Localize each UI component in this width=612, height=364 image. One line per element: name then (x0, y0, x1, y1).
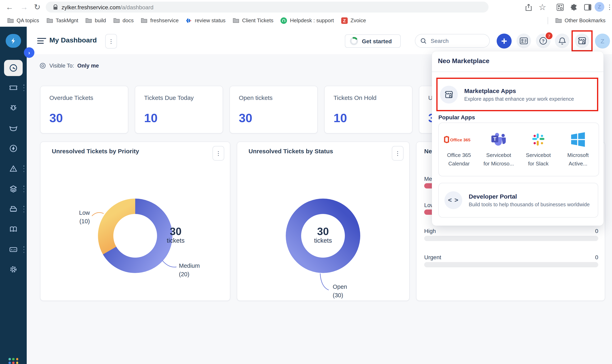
stat-card-on-hold[interactable]: Tickets On Hold 10 (324, 86, 412, 133)
sidebar-services-overflow-icon[interactable] (22, 186, 26, 192)
extensions-puzzle-icon[interactable] (567, 0, 581, 14)
sidebar-item-solutions[interactable] (4, 222, 22, 237)
code-icon: < > (444, 191, 462, 209)
back-icon[interactable]: ← (6, 0, 13, 14)
slack-icon (531, 128, 545, 151)
sidebar-expand-button[interactable]: › (24, 47, 34, 58)
bookmark-star-icon[interactable]: ☆ (535, 0, 549, 14)
bar-high (424, 236, 598, 241)
sidebar-item-dashboard[interactable] (4, 60, 23, 76)
folder-icon (233, 18, 239, 23)
folder-icon (555, 18, 562, 23)
visibility-value[interactable]: Only me (77, 63, 99, 69)
chart-card-status: Unresolved Tickets by Status ⋮ 30 ticket… (237, 142, 410, 301)
printer-document-icon (9, 204, 18, 214)
sidebar-item-settings[interactable] (4, 262, 22, 277)
sidebar-item-alerts[interactable] (4, 161, 22, 176)
sidebar-item-analytics[interactable] (4, 242, 22, 257)
popular-apps-card: Office 365 Office 365Calendar T Serviceb… (438, 123, 599, 176)
bookmarks-separator (548, 17, 548, 24)
search-container (415, 34, 490, 48)
sidebar-analytics-overflow-icon[interactable] (22, 246, 26, 253)
zvoice-icon: Z (341, 17, 348, 24)
get-started-button[interactable]: Get started (345, 34, 401, 48)
dashboard-icon (9, 63, 18, 73)
folder-icon (141, 18, 147, 23)
agent-switcher-button[interactable] (517, 34, 531, 48)
browser-toolbar: ← → ↻ zylker.freshservice.com/a/dashboar… (0, 0, 612, 14)
folder-icon (86, 18, 92, 23)
search-input[interactable] (430, 37, 480, 44)
sidebar-item-services[interactable] (4, 182, 22, 196)
new-item-button[interactable]: + (497, 34, 512, 49)
app-office365-calendar[interactable]: Office 365 Office 365Calendar (440, 123, 478, 176)
bookmark-docs[interactable]: docs (113, 17, 134, 24)
shield-icon (9, 123, 18, 133)
address-bar[interactable]: zylker.freshservice.com/a/dashboard (46, 2, 489, 13)
forward-icon[interactable]: → (20, 0, 28, 14)
other-bookmarks[interactable]: Other Bookmarks (555, 17, 606, 24)
folder-icon (7, 18, 14, 23)
bookmark-qa-topics[interactable]: QA topics (7, 17, 39, 24)
marketplace-apps-item[interactable]: Marketplace Apps Explore apps that enhan… (436, 78, 598, 111)
layers-icon (9, 184, 18, 194)
sidebar-item-tickets[interactable] (4, 80, 22, 95)
bell-icon (558, 37, 566, 45)
bookmark-client-tickets[interactable]: Client Tickets (233, 17, 273, 24)
sidebar-alerts-overflow-icon[interactable] (22, 165, 26, 172)
reload-icon[interactable]: ↻ (34, 0, 41, 14)
browser-menu-icon[interactable]: ⋮ (606, 0, 612, 14)
ms-teams-icon: T (490, 128, 507, 151)
app-servicebot-slack[interactable]: Servicebotfor Slack (519, 123, 558, 176)
bookmark-zvoice[interactable]: Z Zvoice (341, 17, 366, 24)
dashboard-list-icon[interactable] (37, 38, 46, 46)
bookmark-review-status[interactable]: review status (186, 17, 226, 24)
progress-ring-icon (350, 37, 358, 45)
bookmark-build[interactable]: build (86, 17, 106, 24)
folder-icon (113, 18, 120, 23)
side-panel-icon[interactable] (581, 0, 595, 14)
alert-triangle-icon (9, 164, 18, 173)
marketplace-button[interactable] (575, 34, 589, 48)
sidebar-item-releases[interactable] (4, 141, 22, 156)
ticket-icon (9, 83, 18, 93)
app-microsoft-active[interactable]: MicrosoftActive... (558, 123, 598, 176)
status-leader-line (237, 142, 410, 301)
app-switcher-icon[interactable] (9, 358, 19, 364)
freshworks-logo[interactable] (6, 34, 21, 48)
bolt-circle-icon (9, 143, 18, 153)
notifications-button[interactable] (555, 34, 570, 48)
share-icon[interactable] (522, 0, 535, 14)
stat-card-overdue[interactable]: Overdue Tickets 30 (40, 86, 128, 133)
folder-icon (46, 18, 53, 23)
sidebar-item-changes[interactable] (4, 121, 22, 135)
sidebar-contracts-overflow-icon[interactable] (22, 206, 26, 212)
bookmark-helpdesk-support[interactable]: Helpdesk : support (281, 17, 334, 24)
stat-card-due-today[interactable]: Tickets Due Today 10 (135, 86, 223, 133)
storefront-icon (440, 86, 458, 103)
page-title: My Dashboard (49, 36, 97, 44)
bookmark-freshservice[interactable]: freshservice (141, 17, 178, 24)
bookmark-taskmgnt[interactable]: TaskMgnt (46, 17, 78, 24)
popup-title: Neo Marketplace (438, 57, 489, 65)
headset-icon (281, 17, 287, 24)
help-badge: 7 (545, 32, 553, 40)
bolt-icon (10, 37, 17, 44)
dashboard-menu-button[interactable]: ⋮ (105, 34, 117, 49)
gear-icon (9, 264, 18, 274)
neo-marketplace-popup: Neo Marketplace Marketplace Apps Explore… (432, 51, 603, 226)
user-avatar[interactable]: Z (595, 34, 610, 49)
bar-chart-icon (9, 245, 18, 254)
browser-profile-avatar[interactable]: Z (595, 2, 604, 12)
developer-portal-item[interactable]: < > Developer Portal Build tools to help… (438, 183, 598, 218)
sidebar-item-contracts[interactable] (4, 202, 22, 216)
qr-extension-icon[interactable] (553, 0, 567, 14)
sidebar-item-problems[interactable] (4, 101, 22, 115)
review-status-icon (186, 18, 192, 23)
office365-icon: Office 365 (443, 128, 475, 151)
help-button[interactable]: ? 7 (536, 34, 550, 48)
screen: ← → ↻ zylker.freshservice.com/a/dashboar… (0, 0, 612, 364)
sidebar-tickets-overflow-icon[interactable] (22, 85, 26, 91)
app-servicebot-teams[interactable]: T Servicebotfor Microso... (479, 123, 518, 176)
stat-card-open[interactable]: Open tickets 30 (230, 86, 318, 133)
